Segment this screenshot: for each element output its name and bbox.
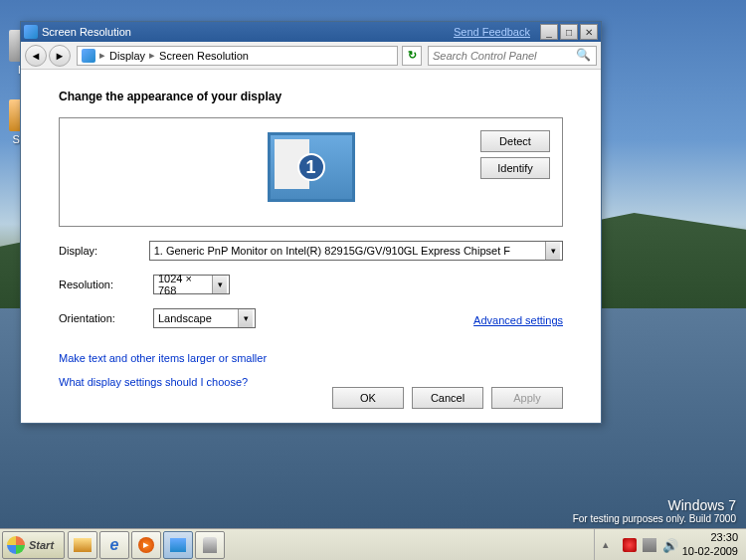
search-icon[interactable]: 🔍 xyxy=(576,48,592,64)
forward-button[interactable]: ► xyxy=(49,45,71,67)
close-button[interactable]: ✕ xyxy=(580,24,598,40)
titlebar[interactable]: Screen Resolution Send Feedback _ □ ✕ xyxy=(21,22,601,42)
display-value: 1. Generic PnP Monitor on Intel(R) 82915… xyxy=(154,245,510,257)
breadcrumb-item[interactable]: Display xyxy=(109,50,145,62)
taskbar-item-media-player[interactable]: ▸ xyxy=(131,531,161,559)
refresh-button[interactable]: ↻ xyxy=(402,46,422,66)
watermark-title: Windows 7 xyxy=(573,497,736,513)
date-text: 10-02-2009 xyxy=(682,545,738,558)
minimize-button[interactable]: _ xyxy=(540,24,558,40)
search-input[interactable] xyxy=(433,50,576,62)
arrow-right-icon: ► xyxy=(55,50,66,62)
screen-resolution-window: Screen Resolution Send Feedback _ □ ✕ ◄ … xyxy=(20,21,602,424)
windows-logo-icon xyxy=(7,536,25,554)
folder-icon xyxy=(74,538,92,552)
detect-button[interactable]: Detect xyxy=(480,130,550,152)
network-icon[interactable] xyxy=(643,538,656,552)
orientation-select[interactable]: Landscape xyxy=(153,308,256,328)
chevron-right-icon: ▸ xyxy=(149,49,155,62)
content-area: Change the appearance of your display 1 … xyxy=(21,70,601,408)
send-feedback-link[interactable]: Send Feedback xyxy=(454,26,530,38)
monitor-thumbnail[interactable]: 1 xyxy=(268,132,355,202)
tray-expand-icon[interactable]: ▴ xyxy=(603,538,617,552)
window-title: Screen Resolution xyxy=(42,26,454,38)
ie-icon: e xyxy=(110,536,119,554)
arrow-left-icon: ◄ xyxy=(31,50,42,62)
text-size-link[interactable]: Make text and other items larger or smal… xyxy=(59,352,267,364)
security-icon[interactable] xyxy=(623,538,637,552)
resolution-value: 1024 × 768 xyxy=(158,273,211,296)
apply-button[interactable]: Apply xyxy=(491,387,563,409)
breadcrumb[interactable]: ▸ Display ▸ Screen Resolution xyxy=(77,46,398,66)
navigation-bar: ◄ ► ▸ Display ▸ Screen Resolution ↻ 🔍 xyxy=(21,42,601,70)
time-text: 23:30 xyxy=(682,531,738,544)
media-player-icon: ▸ xyxy=(138,537,154,553)
taskbar-item-explorer[interactable] xyxy=(68,531,97,559)
orientation-label: Orientation: xyxy=(59,312,153,324)
advanced-settings-link[interactable]: Advanced settings xyxy=(473,314,563,326)
resolution-label: Resolution: xyxy=(59,279,153,290)
windows-watermark: Windows 7 For testing purposes only. Bui… xyxy=(573,497,736,524)
display-select[interactable]: 1. Generic PnP Monitor on Intel(R) 82915… xyxy=(149,241,563,261)
resolution-select[interactable]: 1024 × 768 xyxy=(153,275,230,294)
system-tray: ▴ 🔊 23:30 10-02-2009 xyxy=(594,529,746,560)
window-icon xyxy=(24,25,38,39)
taskbar-item-paint[interactable] xyxy=(195,531,225,559)
identify-button[interactable]: Identify xyxy=(480,157,550,179)
orientation-value: Landscape xyxy=(158,312,212,324)
display-icon xyxy=(82,49,95,63)
taskbar-item-ie[interactable]: e xyxy=(99,531,129,559)
start-label: Start xyxy=(29,539,54,551)
taskbar: Start e ▸ ▴ 🔊 23:30 10-02-2009 xyxy=(0,528,746,560)
display-label: Display: xyxy=(59,245,149,257)
start-button[interactable]: Start xyxy=(2,531,65,559)
ok-button[interactable]: OK xyxy=(332,387,404,409)
chevron-right-icon: ▸ xyxy=(99,49,105,62)
breadcrumb-item[interactable]: Screen Resolution xyxy=(159,50,249,62)
watermark-subtitle: For testing purposes only. Build 7000 xyxy=(573,513,736,524)
maximize-button[interactable]: □ xyxy=(560,24,578,40)
refresh-icon: ↻ xyxy=(408,49,417,62)
monitor-number-badge: 1 xyxy=(297,153,325,181)
volume-icon[interactable]: 🔊 xyxy=(662,538,676,552)
paint-icon xyxy=(203,537,217,553)
search-box[interactable]: 🔍 xyxy=(428,46,597,66)
cancel-button[interactable]: Cancel xyxy=(412,387,483,409)
display-icon xyxy=(170,538,186,552)
clock[interactable]: 23:30 10-02-2009 xyxy=(682,531,738,557)
monitor-preview-box: 1 Detect Identify xyxy=(59,117,563,227)
taskbar-item-control-panel[interactable] xyxy=(163,531,193,559)
page-heading: Change the appearance of your display xyxy=(59,90,563,103)
help-link[interactable]: What display settings should I choose? xyxy=(59,376,248,388)
back-button[interactable]: ◄ xyxy=(25,45,47,67)
